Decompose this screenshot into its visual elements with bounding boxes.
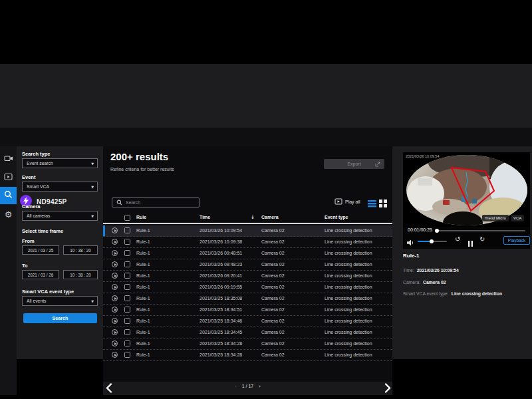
pause-icon bbox=[468, 241, 473, 247]
row-checkbox[interactable] bbox=[124, 250, 130, 256]
row-checkbox[interactable] bbox=[124, 273, 130, 279]
playback-icon bbox=[4, 172, 13, 184]
results-search-box[interactable] bbox=[112, 198, 200, 207]
play-all-button[interactable]: Play all bbox=[334, 198, 360, 205]
column-time[interactable]: Time bbox=[200, 215, 210, 219]
next-page-icon[interactable]: › bbox=[259, 384, 261, 389]
volume-slider[interactable] bbox=[418, 241, 447, 242]
row-play-button[interactable] bbox=[112, 340, 118, 346]
nav-search[interactable] bbox=[0, 187, 17, 204]
row-checkbox[interactable] bbox=[124, 261, 130, 267]
playback-button[interactable]: Playback bbox=[503, 236, 530, 245]
cell-event-type: Line crossing detection bbox=[325, 228, 372, 233]
column-camera[interactable]: Camera bbox=[261, 215, 279, 219]
table-row[interactable]: Rule-12021/03/25 18:34:51Camera 02Line c… bbox=[103, 305, 392, 316]
from-time-input[interactable]: 10 : 38 : 20 bbox=[63, 245, 98, 255]
table-row[interactable]: Rule-12021/03/26 09:48:51Camera 02Line c… bbox=[103, 248, 392, 259]
table-row[interactable]: Rule-12021/03/25 18:34:46Camera 02Line c… bbox=[103, 316, 392, 327]
cell-event-type: Line crossing detection bbox=[325, 307, 372, 312]
vca-button[interactable]: VCA bbox=[511, 215, 524, 221]
column-event-type[interactable]: Event type bbox=[325, 215, 348, 219]
row-checkbox[interactable] bbox=[124, 284, 130, 290]
grid-view-button[interactable] bbox=[379, 198, 388, 206]
volume-handle[interactable] bbox=[430, 239, 434, 243]
cell-event-type: Line crossing detection bbox=[325, 285, 372, 289]
row-play-button[interactable] bbox=[112, 239, 118, 245]
row-checkbox[interactable] bbox=[124, 295, 130, 301]
volume-icon[interactable] bbox=[407, 237, 414, 249]
playback-time-display: 00:01/00:25 bbox=[408, 227, 432, 232]
search-button[interactable]: Search bbox=[23, 313, 97, 323]
table-row[interactable]: Rule-12021/03/26 09:20:41Camera 02Line c… bbox=[103, 271, 392, 282]
seek-bar[interactable] bbox=[436, 230, 525, 231]
export-button[interactable]: Export bbox=[324, 159, 384, 169]
table-row[interactable]: Rule-12021/03/26 10:09:54Camera 02Line c… bbox=[103, 225, 392, 237]
to-time-value: 10 : 38 : 20 bbox=[70, 273, 91, 277]
row-play-button[interactable] bbox=[112, 318, 118, 324]
cell-event-type: Line crossing detection bbox=[325, 352, 372, 357]
cell-rule: Rule-1 bbox=[136, 296, 150, 301]
row-checkbox[interactable] bbox=[124, 227, 130, 233]
row-checkbox[interactable] bbox=[124, 307, 130, 313]
row-checkbox[interactable] bbox=[124, 239, 130, 245]
row-play-button[interactable] bbox=[112, 352, 118, 358]
replay-icon[interactable]: ↺ bbox=[455, 235, 460, 243]
camera-dropdown[interactable]: All cameras ▼ bbox=[22, 211, 98, 221]
nav-playback[interactable] bbox=[0, 169, 17, 186]
table-row[interactable]: Rule-12021/03/25 18:34:45Camera 02Line c… bbox=[103, 327, 392, 338]
pagination-bar: ‹1 / 17› bbox=[103, 382, 392, 395]
column-rule[interactable]: Rule bbox=[136, 215, 146, 219]
sort-descending-icon[interactable]: ↓ bbox=[251, 215, 255, 220]
to-time-input[interactable]: 10 : 38 : 20 bbox=[63, 270, 98, 279]
event-dropdown[interactable]: Smart VCA ▼ bbox=[22, 182, 98, 192]
row-play-button[interactable] bbox=[112, 295, 118, 301]
from-time-value: 10 : 38 : 20 bbox=[70, 248, 91, 253]
table-row[interactable]: Rule-12021/03/26 09:48:23Camera 02Line c… bbox=[103, 259, 392, 271]
nav-live-camera[interactable] bbox=[0, 150, 17, 168]
select-all-checkbox[interactable] bbox=[124, 215, 130, 221]
cell-rule: Rule-1 bbox=[136, 307, 150, 312]
row-play-button[interactable] bbox=[112, 227, 118, 233]
cell-rule: Rule-1 bbox=[136, 285, 150, 289]
prev-page-icon[interactable]: ‹ bbox=[235, 384, 237, 389]
table-row[interactable]: Rule-12021/03/25 18:35:08Camera 02Line c… bbox=[103, 293, 392, 305]
next-page-large-button[interactable] bbox=[384, 383, 392, 394]
row-checkbox[interactable] bbox=[124, 340, 130, 346]
event-label: Event bbox=[22, 174, 35, 180]
row-checkbox[interactable] bbox=[124, 352, 130, 358]
cell-camera: Camera 02 bbox=[261, 251, 285, 255]
forward-icon[interactable]: ↻ bbox=[479, 235, 485, 243]
table-row[interactable]: Rule-12021/03/25 18:34:28Camera 02Line c… bbox=[103, 350, 392, 361]
detail-event-value: Line crossing detection bbox=[452, 291, 502, 296]
row-play-button[interactable] bbox=[112, 273, 118, 279]
table-row[interactable]: Rule-12021/03/25 18:34:28Camera 02Line c… bbox=[103, 338, 392, 350]
nav-settings[interactable]: ⚙ bbox=[0, 205, 17, 223]
table-row[interactable]: Rule-12021/03/26 10:09:38Camera 02Line c… bbox=[103, 237, 392, 248]
list-view-button[interactable] bbox=[368, 198, 376, 206]
row-play-button[interactable] bbox=[112, 307, 118, 313]
row-play-button[interactable] bbox=[112, 329, 118, 335]
table-row[interactable]: Rule-12021/03/26 09:19:55Camera 02Line c… bbox=[103, 282, 392, 293]
from-date-input[interactable]: 2021 / 03 / 25 bbox=[22, 245, 59, 255]
row-checkbox[interactable] bbox=[124, 318, 130, 324]
cell-time: 2021/03/26 10:09:38 bbox=[200, 239, 242, 244]
row-checkbox[interactable] bbox=[124, 329, 130, 335]
vca-type-dropdown[interactable]: All events ▼ bbox=[22, 296, 98, 306]
cell-rule: Rule-1 bbox=[136, 352, 150, 357]
trend-micro-button[interactable]: Trend Micro bbox=[482, 215, 509, 221]
row-play-button[interactable] bbox=[112, 261, 118, 267]
cell-time: 2021/03/26 09:48:51 bbox=[200, 251, 242, 255]
row-play-button[interactable] bbox=[112, 284, 118, 290]
search-type-dropdown[interactable]: Event search ▼ bbox=[22, 158, 98, 168]
results-search-input[interactable] bbox=[126, 200, 192, 205]
from-label: From bbox=[22, 238, 35, 244]
cell-rule: Rule-1 bbox=[136, 273, 150, 278]
row-play-button[interactable] bbox=[112, 250, 118, 256]
cell-time: 2021/03/25 18:35:08 bbox=[200, 296, 242, 301]
seek-handle[interactable] bbox=[435, 229, 439, 233]
live-camera-icon bbox=[4, 153, 13, 165]
pause-button[interactable] bbox=[468, 237, 473, 249]
export-icon bbox=[375, 162, 380, 167]
to-date-input[interactable]: 2021 / 03 / 26 bbox=[22, 270, 59, 279]
nvr-app-window: ND9425P 10:38:23 2021/03/26 bbox=[0, 64, 532, 359]
